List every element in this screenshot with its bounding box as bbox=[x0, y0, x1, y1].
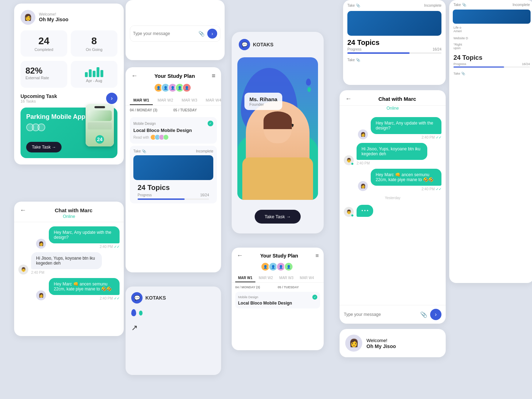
study-plan-title: Your Study Plan bbox=[138, 73, 212, 79]
upcoming-arrow-button[interactable]: › bbox=[106, 93, 117, 104]
dots-decoration bbox=[306, 79, 311, 92]
take-task-button[interactable]: Take Task → bbox=[26, 142, 62, 152]
tab2-mar-w2[interactable]: MAR W2 bbox=[256, 274, 276, 282]
user-avatar-lg2: 👩 bbox=[358, 181, 368, 191]
kotaks2-content: ↗ bbox=[131, 309, 215, 332]
study2-avatars: 👤 👤 👤 👤 bbox=[232, 262, 324, 271]
msg-time-lg2: 2:40 PM bbox=[357, 161, 370, 165]
dot-blue bbox=[131, 309, 136, 316]
progress-bar bbox=[138, 198, 209, 200]
progress-val: 16/24 bbox=[200, 193, 209, 197]
chat-large-card: ← Chat with Marc Online Hey Marc, Any up… bbox=[340, 90, 446, 324]
check-icon: ✓✓ bbox=[114, 296, 120, 300]
external-label: External Rate bbox=[25, 76, 62, 80]
right-take-label: Take 📎 bbox=[343, 57, 446, 63]
menu-icon[interactable]: ≡ bbox=[212, 72, 215, 80]
tab-mar-w4[interactable]: MAR W4 bbox=[202, 96, 221, 105]
rp-progress-val: 16/24 bbox=[522, 62, 530, 66]
chart-stat: Apr - Aug bbox=[71, 61, 117, 88]
completed-num: 24 bbox=[25, 35, 62, 47]
attach-icon: 📎 bbox=[198, 31, 204, 36]
rp-website: Website D bbox=[449, 35, 532, 41]
welcome-label: Welcome! bbox=[39, 12, 68, 16]
chat-large-back-button[interactable]: ← bbox=[345, 95, 352, 103]
tab-mar-w1[interactable]: MAR W1 bbox=[130, 96, 153, 105]
study2-title: Your Study Plan bbox=[243, 253, 316, 259]
user-avatar: 👩 bbox=[36, 290, 46, 300]
rp-right: "Rightupon bbox=[449, 41, 532, 51]
topic-image bbox=[133, 155, 213, 180]
tab2-mar-w1[interactable]: MAR W1 bbox=[235, 274, 255, 282]
sent-message-lg: Hey Marc, Any update with the design? bbox=[371, 117, 441, 134]
bar5 bbox=[100, 70, 103, 77]
send-button-top[interactable]: › bbox=[207, 29, 217, 39]
day-headers: 04 / MONDAY (3) 05 / TUESDAY bbox=[126, 105, 221, 115]
rp-progress-fill bbox=[453, 66, 504, 68]
send-button-lg[interactable]: › bbox=[430, 309, 441, 320]
incomplete-item: Take 📎 Incomplete 24 Topics Progress 16/… bbox=[130, 146, 217, 203]
read-with-label: Read with bbox=[133, 135, 149, 139]
marc-typing-avatar: 👨 bbox=[344, 207, 354, 217]
rp-progress-bar bbox=[453, 66, 530, 68]
chat-large-body: Hey Marc, Any update with the design? 2:… bbox=[340, 113, 446, 305]
take-task-button[interactable]: Take Task → bbox=[255, 210, 301, 224]
topics-title: 24 Topics bbox=[138, 184, 209, 192]
message-row-lg2: 👨 Hi Jisoo, Yups, koyoane btn iku kegede… bbox=[344, 143, 441, 165]
right-study-header: Take 📎 Incomplete bbox=[343, 0, 446, 11]
msg-time: 2:40 PM bbox=[100, 245, 113, 249]
person-hair bbox=[264, 111, 292, 129]
msg-time-lg3: 2:40 PM bbox=[422, 187, 435, 191]
completed-stat: 24 Completed bbox=[21, 30, 67, 57]
sent-message: Hey Marc 👊 ancen semunu 22cm, kate piye … bbox=[49, 278, 120, 295]
tab2-mar-w3[interactable]: MAR W3 bbox=[277, 274, 296, 282]
chat-back-button[interactable]: ← bbox=[20, 207, 26, 214]
marc-avatar: 👨 bbox=[18, 265, 28, 274]
bar3 bbox=[93, 71, 96, 77]
chat-input-top[interactable] bbox=[133, 31, 196, 36]
right-study-topics: 24 Topics Progress 16/24 bbox=[343, 36, 446, 57]
day2-label: 05 / TUESDAY bbox=[173, 108, 217, 112]
online-badge: Online bbox=[20, 214, 118, 219]
rp-header: Take 📎 Incomplete bbox=[449, 0, 532, 10]
study-back-button[interactable]: ← bbox=[131, 72, 138, 80]
kotaks-header: 💬 KOTAKS bbox=[232, 32, 324, 57]
day1-label2: 04 / MONDAY (3) bbox=[235, 285, 278, 289]
chat-header: ← Chat with Marc Online bbox=[14, 202, 124, 222]
mini-chart bbox=[85, 66, 103, 77]
week-tabs: MAR W1 MAR W2 MAR W3 MAR W4 bbox=[126, 96, 221, 105]
online-dot bbox=[351, 162, 354, 165]
ongoing-num: 8 bbox=[76, 35, 112, 47]
ongoing-label: On Going bbox=[76, 47, 112, 52]
phone-screen: 24 bbox=[86, 104, 114, 146]
tab2-mar-w4[interactable]: MAR W4 bbox=[297, 274, 317, 282]
online-dot2 bbox=[351, 214, 354, 217]
bar4 bbox=[97, 67, 99, 77]
person-clothing bbox=[242, 157, 313, 200]
topics-section: 24 Topics Progress 16/24 bbox=[133, 180, 213, 200]
person-role: Founder bbox=[249, 102, 277, 106]
kotaks-name: KOTAKS bbox=[253, 42, 273, 47]
rp-take: Take 📎 bbox=[453, 3, 466, 7]
completed-label: Completed bbox=[25, 47, 62, 52]
kotaks2-name: KOTAKS bbox=[145, 295, 166, 301]
upcoming-sub: 16 Tasks bbox=[21, 99, 57, 103]
task-category: Mobile Design bbox=[133, 122, 156, 126]
attach-icon-lg: 📎 bbox=[420, 311, 427, 318]
message-row: Hey Marc 👊 ancen semunu 22cm, kate piye … bbox=[18, 278, 120, 300]
chat-large-input-area: 📎 › bbox=[340, 305, 446, 324]
rp-life-text: Life oAmeri bbox=[453, 26, 462, 33]
chat-body: Hey Marc, Any update with the design? 2:… bbox=[14, 222, 124, 336]
study-header: ← Your Study Plan ≡ bbox=[126, 67, 221, 83]
typing-indicator: • • • bbox=[357, 205, 373, 217]
kotaks2-header: 💬 KOTAKS bbox=[126, 287, 221, 309]
tab-mar-w3[interactable]: MAR W3 bbox=[178, 96, 201, 105]
check-icon-lg2: ✓✓ bbox=[436, 187, 441, 191]
chat-divider: Yesterday bbox=[344, 196, 441, 200]
dot-green bbox=[139, 311, 143, 316]
kotaks-image-area: Ms. Rihana Founder ↗ bbox=[237, 57, 318, 200]
study2-back-button[interactable]: ← bbox=[237, 252, 243, 259]
tab-mar-w2[interactable]: MAR W2 bbox=[154, 96, 177, 105]
sent-message: Hey Marc, Any update with the design? bbox=[49, 226, 120, 243]
chat-large-header: ← Chat with Marc bbox=[340, 90, 446, 106]
chat-large-input[interactable] bbox=[344, 312, 417, 317]
